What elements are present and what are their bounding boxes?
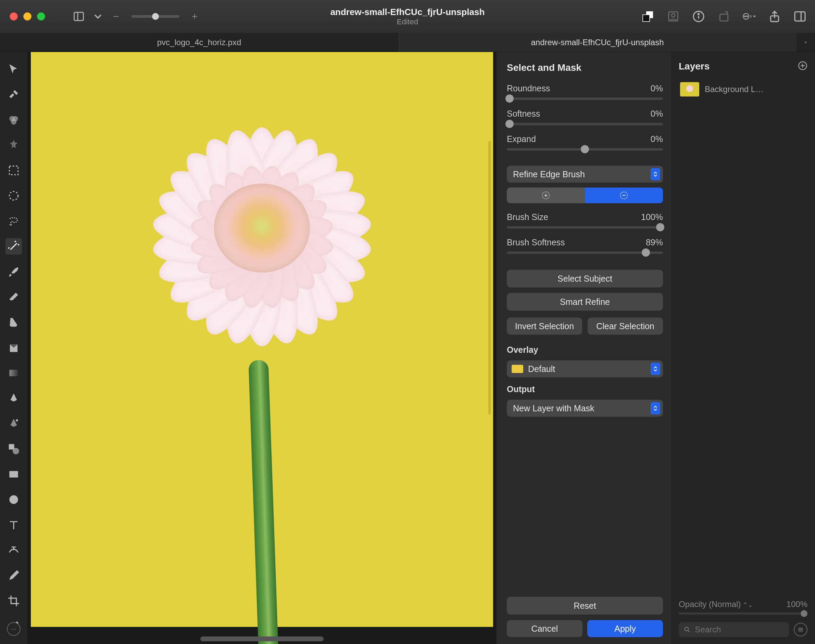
color-swap-icon[interactable]	[641, 9, 655, 23]
path-text-tool-icon[interactable]	[6, 542, 22, 558]
share-icon[interactable]	[768, 9, 781, 23]
hammer-tool-icon[interactable]	[6, 86, 22, 103]
more-menu-icon[interactable]	[743, 9, 756, 23]
svg-rect-22	[9, 370, 18, 376]
brush-softness-slider[interactable]	[507, 251, 663, 254]
svg-rect-15	[795, 12, 805, 21]
gradient-tool-icon[interactable]	[6, 365, 22, 381]
overlay-color-swatch	[512, 365, 523, 373]
marquee-tool-icon[interactable]	[6, 162, 22, 179]
export-icon[interactable]	[717, 9, 731, 23]
roundness-value: 0%	[650, 83, 663, 94]
pen-tool-icon[interactable]	[6, 390, 22, 406]
more-tools-icon[interactable]: ⋯	[7, 622, 20, 636]
opacity-slider[interactable]	[679, 613, 807, 615]
brush-tool-icon[interactable]	[6, 264, 22, 280]
layer-item[interactable]: Background L…	[679, 80, 807, 99]
fill-tool-icon[interactable]	[6, 339, 22, 356]
eraser-tool-icon[interactable]	[6, 289, 22, 305]
pencil-tool-icon[interactable]	[6, 567, 22, 584]
opacity-label[interactable]: Opacity (Normal)⌃⌄	[679, 600, 753, 609]
lasso-tool-icon[interactable]	[6, 213, 22, 229]
ellipse-marquee-tool-icon[interactable]	[6, 187, 22, 204]
select-and-mask-panel: Select and Mask Roundness0% Softness0% E…	[497, 52, 671, 644]
overlay-section-label: Overlay	[507, 345, 663, 355]
svg-rect-0	[74, 12, 83, 20]
brush-softness-value: 89%	[646, 238, 663, 247]
right-panel-toggle-icon[interactable]	[793, 9, 807, 23]
window-title-group: andrew-small-EfhCUc_fjrU-unsplash Edited	[331, 7, 485, 26]
horizontal-scrollbar[interactable]	[200, 636, 324, 641]
left-toolbar: ⋯	[0, 52, 28, 644]
svg-point-8	[698, 14, 699, 15]
invert-selection-button[interactable]: Invert Selection	[507, 317, 582, 335]
close-window-button[interactable]	[9, 12, 18, 20]
brush-type-dropdown[interactable]: Refine Edge Brush	[507, 166, 663, 183]
dropdown-arrows-icon	[650, 402, 660, 414]
layers-title: Layers	[679, 61, 709, 72]
add-layer-icon[interactable]	[798, 61, 807, 72]
vertical-scroll-indicator[interactable]	[488, 141, 491, 415]
canvas[interactable]	[31, 52, 493, 627]
clear-selection-button[interactable]: Clear Selection	[587, 317, 663, 335]
reset-button[interactable]: Reset	[507, 597, 663, 615]
tab-document-1[interactable]: andrew-small-EfhCUc_fjrU-unsplash	[398, 33, 797, 52]
cancel-button[interactable]: Cancel	[507, 620, 583, 637]
output-dropdown[interactable]: New Layer with Mask	[507, 400, 663, 417]
dropdown-arrows-icon	[650, 363, 660, 375]
brush-size-slider[interactable]	[507, 226, 663, 228]
search-icon	[683, 626, 691, 634]
softness-value: 0%	[650, 109, 663, 119]
zoom-out-button[interactable]: −	[111, 11, 121, 22]
apply-button[interactable]: Apply	[587, 620, 663, 637]
ellipse-shape-icon[interactable]	[6, 491, 22, 508]
overlay-dropdown[interactable]: Default	[507, 360, 663, 377]
svg-rect-26	[9, 471, 18, 478]
maximize-window-button[interactable]	[37, 12, 45, 20]
info-icon[interactable]	[692, 9, 706, 23]
new-tab-button[interactable]: +	[797, 33, 815, 52]
freeform-pen-tool-icon[interactable]	[6, 416, 22, 432]
shapes-tool-icon[interactable]	[6, 441, 22, 457]
crop-tool-icon[interactable]	[6, 593, 22, 609]
svg-rect-24	[9, 444, 14, 450]
svg-point-19	[11, 119, 17, 124]
person-icon[interactable]	[666, 9, 680, 23]
text-tool-icon[interactable]	[6, 517, 22, 533]
brush-subtract-mode[interactable]	[585, 187, 663, 203]
smart-refine-button[interactable]: Smart Refine	[507, 293, 663, 311]
softness-slider[interactable]	[507, 123, 663, 125]
output-value: New Layer with Mask	[513, 403, 595, 413]
brush-type-value: Refine Edge Brush	[513, 169, 585, 179]
svg-point-11	[744, 16, 745, 17]
expand-slider[interactable]	[507, 148, 663, 150]
brush-mode-segment	[507, 187, 663, 203]
smudge-tool-icon[interactable]	[6, 314, 22, 331]
move-tool-icon[interactable]	[6, 61, 22, 77]
magic-wand-tool-icon[interactable]	[6, 238, 22, 255]
layer-search-box[interactable]	[679, 622, 789, 637]
tab-document-0[interactable]: pvc_logo_4c_horiz.pxd	[0, 33, 398, 52]
svg-rect-3	[643, 15, 650, 21]
tab-label: andrew-small-EfhCUc_fjrU-unsplash	[531, 38, 664, 47]
sidebar-toggle-icon[interactable]	[72, 10, 85, 23]
layer-search-input[interactable]	[695, 625, 784, 635]
brush-add-mode[interactable]	[507, 187, 585, 203]
opacity-value: 100%	[787, 600, 807, 609]
color-adjust-tool-icon[interactable]	[6, 112, 22, 128]
overlay-value: Default	[528, 364, 555, 374]
toolbar-left-group: − +	[72, 10, 200, 23]
zoom-in-button[interactable]: +	[190, 11, 200, 22]
layers-menu-icon[interactable]	[794, 623, 807, 636]
minimize-window-button[interactable]	[23, 12, 31, 20]
output-section-label: Output	[507, 384, 663, 394]
chevron-down-icon[interactable]	[92, 10, 104, 23]
effects-tool-icon[interactable]	[6, 137, 22, 153]
titlebar: − + andrew-small-EfhCUc_fjrU-unsplash Ed…	[0, 0, 815, 33]
roundness-slider[interactable]	[507, 98, 663, 100]
rectangle-shape-icon[interactable]	[6, 466, 22, 483]
zoom-slider[interactable]	[132, 15, 180, 18]
canvas-area[interactable]	[28, 52, 497, 644]
layer-name: Background L…	[705, 84, 764, 94]
select-subject-button[interactable]: Select Subject	[507, 270, 663, 287]
